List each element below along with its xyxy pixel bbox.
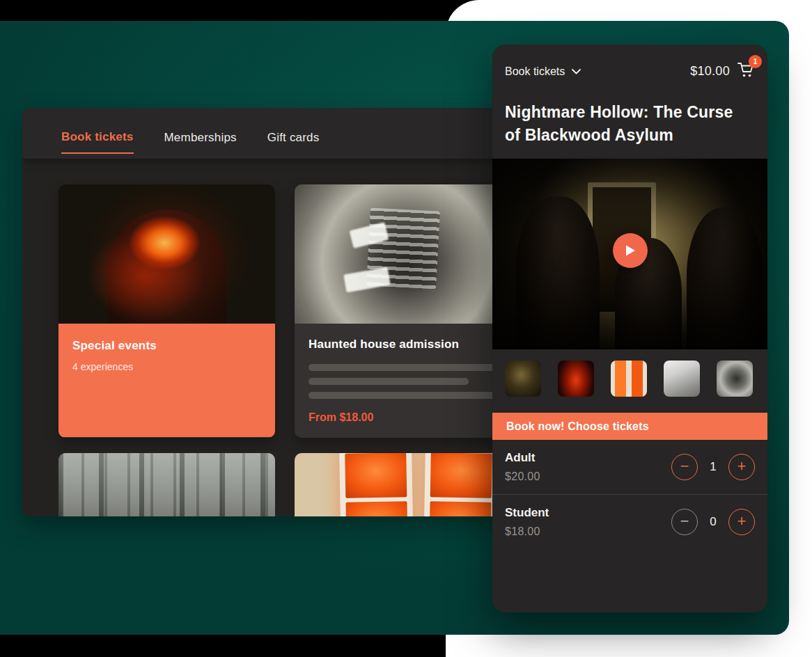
haunted-house-card-body: Haunted house admission From $18.00 — [295, 324, 511, 438]
pumpkin-glow — [58, 184, 275, 324]
nav-label: Book tickets — [505, 65, 565, 78]
event-video-player — [492, 159, 767, 349]
gallery-thumbnails — [492, 349, 767, 397]
thumbnail-zombies[interactable] — [505, 361, 541, 397]
chevron-down-icon — [572, 69, 581, 74]
play-icon — [625, 244, 636, 257]
ticket-info: Adult $20.00 — [505, 451, 540, 483]
tab-memberships[interactable]: Memberships — [164, 114, 237, 153]
window-frame — [423, 453, 498, 516]
staircase-image — [295, 184, 511, 324]
tab-book-tickets[interactable]: Book tickets — [61, 113, 134, 154]
glowing-pane — [430, 453, 492, 498]
cart-button[interactable]: 1 — [737, 61, 755, 81]
cart-count-badge: 1 — [749, 55, 762, 68]
adult-quantity-stepper: − 1 + — [671, 454, 755, 480]
student-quantity-stepper: − 0 + — [671, 509, 755, 535]
special-events-card[interactable]: Special events 4 experiences — [58, 184, 275, 438]
haunted-house-card[interactable]: Haunted house admission From $18.00 — [295, 184, 511, 438]
mobile-booking-panel: Book tickets $10.00 1 Nightmare Hollow: … — [492, 45, 767, 612]
category-card-title: Special events — [72, 339, 261, 353]
glowing-windows-tile[interactable] — [295, 453, 511, 516]
glowing-pane — [429, 501, 491, 516]
tab-bar: Book tickets Memberships Gift cards — [22, 108, 520, 159]
thumbnail-staircase[interactable] — [717, 361, 753, 397]
ticket-info: Student $18.00 — [505, 506, 549, 538]
book-now-banner: Book now! Choose tickets — [492, 413, 767, 440]
event-title: Nightmare Hollow: The Curse of Blackwood… — [492, 81, 767, 146]
window-light — [343, 267, 391, 293]
quantity-value: 1 — [709, 460, 717, 474]
cart-total: $10.00 — [690, 64, 730, 79]
plus-button[interactable]: + — [728, 509, 755, 535]
thumbnail-glowing-doors[interactable] — [611, 361, 647, 397]
desktop-booking-panel: Book tickets Memberships Gift cards Spec… — [22, 108, 520, 516]
thumbnail-red-doorway[interactable] — [558, 361, 594, 397]
minus-button[interactable]: − — [671, 509, 698, 535]
cart-summary: $10.00 1 — [690, 61, 755, 81]
fog-overlay — [58, 453, 275, 516]
glowing-pane — [345, 501, 407, 516]
minus-button[interactable]: − — [671, 454, 698, 480]
ticket-price: $20.00 — [505, 470, 540, 483]
ticket-type-label: Student — [505, 506, 549, 520]
tab-gift-cards[interactable]: Gift cards — [267, 114, 320, 153]
skeleton-line — [309, 378, 469, 385]
ticket-type-label: Adult — [505, 451, 540, 465]
plus-button[interactable]: + — [728, 454, 755, 480]
ticket-price: $18.00 — [505, 525, 549, 538]
card-grid: Special events 4 experiences Haunted hou… — [22, 159, 520, 516]
product-card-price: From $18.00 — [309, 411, 497, 424]
page-canvas: Book tickets Memberships Gift cards Spec… — [0, 0, 812, 657]
product-card-title: Haunted house admission — [309, 338, 497, 351]
ticket-row-adult: Adult $20.00 − 1 + — [492, 440, 767, 494]
skeleton-line — [309, 392, 497, 399]
play-button[interactable] — [613, 233, 648, 268]
ticket-row-student: Student $18.00 − 0 + — [492, 494, 767, 549]
quantity-value: 0 — [709, 515, 717, 529]
category-card-subtitle: 4 experiences — [72, 361, 261, 372]
mobile-header: Book tickets $10.00 1 — [492, 45, 767, 81]
glowing-pane — [345, 453, 407, 498]
window-frame — [339, 453, 414, 516]
skeleton-line — [309, 364, 497, 371]
banner-text: Book now! Choose tickets — [506, 420, 649, 433]
forest-tile[interactable] — [58, 453, 275, 516]
thumbnail-overhead-room[interactable] — [664, 361, 700, 397]
book-tickets-dropdown[interactable]: Book tickets — [505, 65, 581, 78]
special-events-card-body: Special events 4 experiences — [58, 324, 275, 437]
pumpkin-figure-image — [58, 184, 275, 324]
